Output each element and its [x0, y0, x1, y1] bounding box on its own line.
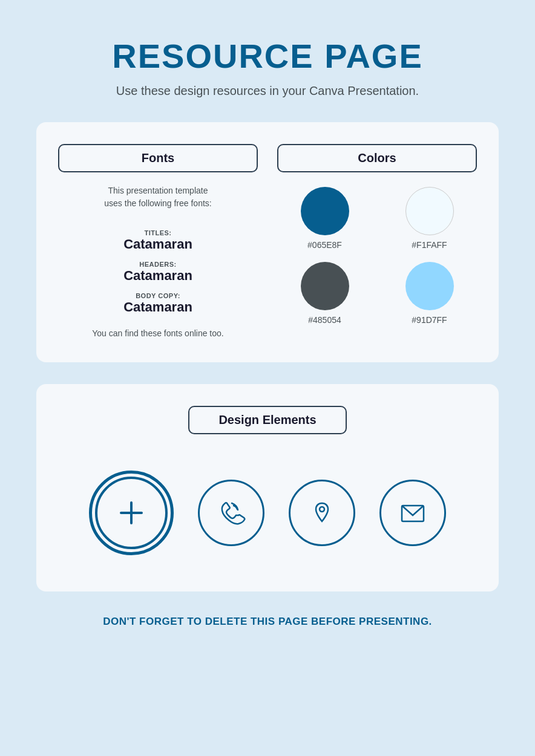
fonts-colors-row: Fonts This presentation template uses th…	[58, 144, 477, 338]
location-icon	[289, 480, 355, 546]
svg-point-2	[320, 507, 324, 512]
color-item-4: #91D7FF	[405, 262, 454, 325]
titles-value: Catamaran	[58, 236, 258, 252]
color-swatch-1	[301, 187, 349, 235]
fonts-colors-card: Fonts This presentation template uses th…	[36, 122, 499, 362]
fonts-header: Fonts	[58, 144, 258, 172]
icons-row	[89, 471, 446, 555]
fonts-intro: This presentation template uses the foll…	[58, 184, 258, 210]
color-item-1: #065E8F	[301, 187, 349, 250]
body-value: Catamaran	[58, 299, 258, 315]
headers-value: Catamaran	[58, 268, 258, 284]
medical-cross-icon	[89, 471, 174, 555]
color-hex-2: #F1FAFF	[412, 240, 447, 250]
colors-grid: #065E8F #F1FAFF #485054 #91D7FF	[277, 187, 477, 325]
mail-icon	[379, 480, 446, 546]
color-swatch-2	[405, 187, 454, 235]
page-title: RESOURCE PAGE	[112, 36, 422, 76]
headers-label: HEADERS:	[58, 261, 258, 268]
color-item-2: #F1FAFF	[405, 187, 454, 250]
colors-column: Colors #065E8F #F1FAFF #485054	[277, 144, 477, 338]
color-swatch-4	[405, 262, 454, 310]
color-swatch-3	[301, 262, 349, 310]
page-subtitle: Use these design resources in your Canva…	[116, 84, 419, 98]
colors-header: Colors	[277, 144, 477, 172]
color-hex-1: #065E8F	[307, 240, 342, 250]
footer-text: DON'T FORGET TO DELETE THIS PAGE BEFORE …	[103, 616, 432, 628]
color-item-3: #485054	[301, 262, 349, 325]
design-elements-card: Design Elements	[36, 384, 499, 591]
color-hex-4: #91D7FF	[412, 315, 447, 325]
body-label: BODY COPY:	[58, 292, 258, 299]
color-hex-3: #485054	[308, 315, 341, 325]
phone-icon	[198, 480, 264, 546]
fonts-note: You can find these fonts online too.	[58, 328, 258, 338]
design-elements-header: Design Elements	[188, 406, 346, 434]
fonts-column: Fonts This presentation template uses th…	[58, 144, 258, 338]
titles-label: TITLES:	[58, 229, 258, 236]
